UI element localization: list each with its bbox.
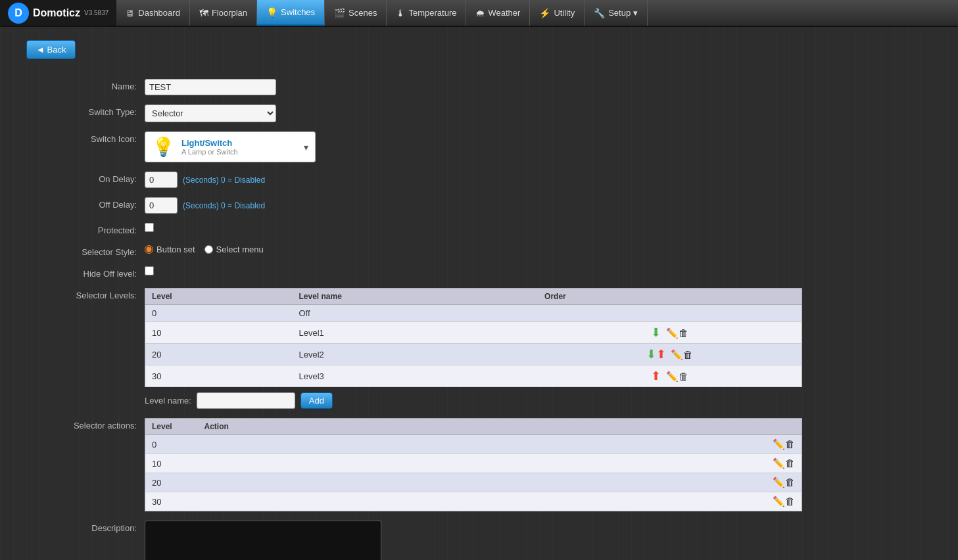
arrow-up-icon[interactable]: ⬆ [651, 369, 661, 383]
name-control [145, 79, 421, 95]
nav-scenes-label: Scenes [348, 8, 377, 18]
add-level-button[interactable]: Add [300, 392, 333, 409]
nav-setup[interactable]: 🔧 Setup ▾ [585, 0, 648, 26]
back-button[interactable]: ◄ Back [26, 40, 76, 59]
utility-icon: ⚡ [539, 8, 550, 18]
switch-type-select[interactable]: Selector On/Off Dimmer Push On Push Off [145, 105, 276, 122]
edit-icon[interactable]: ✏️ [773, 496, 785, 507]
trash-icon[interactable]: 🗑 [785, 477, 795, 488]
table-row: 10✏️🗑 [145, 454, 802, 473]
edit-icon[interactable]: ✏️ [773, 457, 785, 469]
radio-select-menu-input[interactable] [204, 245, 213, 254]
logo-text: Domoticz [33, 7, 80, 19]
trash-icon[interactable]: 🗑 [683, 349, 693, 360]
edit-icon[interactable]: ✏️ [666, 327, 679, 338]
nav-scenes[interactable]: 🎬 Scenes [325, 0, 387, 26]
edit-icon[interactable]: ✏️ [773, 477, 785, 488]
actions-header-row: Level Action [145, 419, 802, 435]
order-cell: ⬆ ✏️🗑 [538, 365, 802, 387]
level-cell: 10 [145, 322, 293, 344]
nav-switches-label: Switches [281, 7, 315, 17]
table-row: 30Level3⬆ ✏️🗑 [145, 365, 802, 387]
level-col-header: Level [145, 289, 293, 305]
nav-dashboard[interactable]: 🖥 Dashboard [116, 0, 190, 26]
off-delay-input[interactable] [145, 197, 178, 214]
trash-icon[interactable]: 🗑 [679, 371, 688, 382]
selector-actions-label: Selector actions: [26, 418, 145, 431]
nav-floorplan-label: Floorplan [212, 8, 247, 18]
selector-style-control: Button set Select menu [145, 245, 421, 254]
table-row: 20Level2⬇⬆ ✏️🗑 [145, 344, 802, 365]
off-delay-row: Off Delay: (Seconds) 0 = Disabled [26, 197, 932, 214]
action-level-cell: 30 [145, 492, 198, 511]
on-delay-input[interactable] [145, 172, 178, 188]
bulb-icon: 💡 [152, 136, 175, 158]
nav-dashboard-label: Dashboard [138, 8, 180, 18]
action-icons-cell: ✏️🗑 [750, 492, 802, 511]
name-input[interactable] [145, 79, 276, 95]
action-level-cell: 0 [145, 435, 198, 454]
main-content: ◄ Back Name: Switch Type: Selector On/Of… [0, 27, 958, 560]
action-level-col-header: Level [145, 419, 198, 435]
levels-header-row: Level Level name Order [145, 289, 802, 305]
description-row: Description: [26, 521, 932, 560]
radio-button-set-label: Button set [156, 245, 195, 254]
arrow-down-icon[interactable]: ⬇ [651, 326, 661, 339]
description-label: Description: [26, 521, 145, 533]
table-row: 10Level1⬇ ✏️🗑 [145, 322, 802, 344]
nav-setup-label: Setup ▾ [608, 8, 638, 18]
action-cell [198, 435, 750, 454]
selector-levels-row: Selector Levels: Level Level name Order … [26, 288, 932, 409]
scenes-icon: 🎬 [334, 8, 345, 18]
icon-sub: A Lamp or Switch [181, 148, 297, 156]
radio-button-set[interactable]: Button set [145, 245, 195, 254]
table-row: 30✏️🗑 [145, 492, 802, 511]
trash-icon[interactable]: 🗑 [679, 327, 688, 338]
switches-icon: 💡 [266, 7, 277, 18]
nav-utility[interactable]: ⚡ Utility [530, 0, 585, 26]
order-cell [538, 305, 802, 322]
trash-icon[interactable]: 🗑 [785, 438, 795, 450]
weather-icon: 🌧 [475, 8, 485, 18]
table-row: 0✏️🗑 [145, 435, 802, 454]
arrow-down-icon[interactable]: ⬇ [646, 348, 656, 361]
action-cell [198, 454, 750, 473]
protected-checkbox[interactable] [145, 223, 154, 232]
nav-switches[interactable]: 💡 Switches [257, 0, 325, 26]
selector-style-row: Selector Style: Button set Select menu [26, 245, 932, 257]
edit-icon[interactable]: ✏️ [671, 349, 683, 360]
action-icons-cell: ✏️🗑 [750, 473, 802, 492]
nav-weather[interactable]: 🌧 Weather [466, 0, 530, 26]
order-cell: ⬇ ✏️🗑 [538, 322, 802, 344]
icon-dropdown-text: Light/Switch A Lamp or Switch [181, 138, 297, 156]
trash-icon[interactable]: 🗑 [785, 457, 795, 469]
radio-select-menu[interactable]: Select menu [204, 245, 264, 254]
icon-title: Light/Switch [181, 138, 297, 148]
hide-off-checkbox[interactable] [145, 266, 154, 275]
chevron-down-icon: ▾ [304, 142, 308, 152]
protected-row: Protected: [26, 223, 932, 235]
hide-off-label: Hide Off level: [26, 266, 145, 279]
level-cell: 30 [145, 365, 293, 387]
level-name-col-header: Level name [292, 289, 538, 305]
nav-floorplan[interactable]: 🗺 Floorplan [190, 0, 257, 26]
selector-levels-label: Selector Levels: [26, 288, 145, 300]
switch-icon-dropdown[interactable]: 💡 Light/Switch A Lamp or Switch ▾ [145, 131, 316, 162]
level-name-cell: Level1 [292, 322, 538, 344]
selector-actions-row: Selector actions: Level Action 0✏️🗑10✏️🗑… [26, 418, 932, 511]
level-name-add-input[interactable] [197, 392, 295, 409]
nav-temperature-label: Temperature [408, 8, 456, 18]
edit-icon[interactable]: ✏️ [666, 371, 679, 382]
description-textarea[interactable] [145, 521, 381, 560]
switch-icon-row: Switch Icon: 💡 Light/Switch A Lamp or Sw… [26, 131, 932, 162]
trash-icon[interactable]: 🗑 [785, 496, 795, 507]
order-col-header: Order [538, 289, 802, 305]
action-level-cell: 20 [145, 473, 198, 492]
switch-icon-control: 💡 Light/Switch A Lamp or Switch ▾ [145, 131, 421, 162]
radio-button-set-input[interactable] [145, 245, 153, 254]
floorplan-icon: 🗺 [199, 8, 208, 18]
on-delay-row: On Delay: (Seconds) 0 = Disabled [26, 172, 932, 188]
arrow-up-icon[interactable]: ⬆ [656, 348, 666, 361]
edit-icon[interactable]: ✏️ [773, 438, 785, 450]
nav-temperature[interactable]: 🌡 Temperature [387, 0, 466, 26]
